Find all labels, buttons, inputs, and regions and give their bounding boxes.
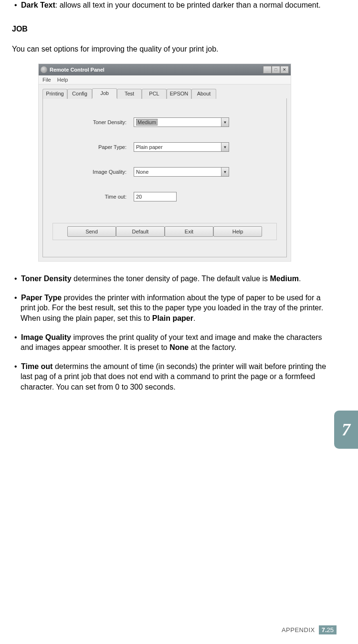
chevron-down-icon: ▼ [221, 143, 229, 151]
tab-content: Toner Density: Medium ▼ Paper Type: Plai… [42, 98, 287, 257]
exit-button[interactable]: Exit [165, 226, 213, 237]
label-toner-density: Toner Density: [53, 119, 134, 125]
image-quality-body2: at the factory. [189, 343, 236, 351]
tab-epson[interactable]: EPSON [167, 89, 191, 99]
minimize-button[interactable]: _ [263, 66, 272, 74]
maximize-button[interactable]: □ [272, 66, 280, 74]
timeout-label: Time out [21, 362, 53, 370]
image-quality-item: Image Quality improves the print quality… [12, 332, 337, 353]
menu-file[interactable]: File [42, 77, 51, 83]
paper-type-body2: . [193, 314, 195, 322]
label-image-quality: Image Quality: [53, 169, 134, 175]
paper-type-bold2: Plain paper [152, 314, 193, 322]
button-row: Send Default Exit Help [53, 223, 277, 240]
app-icon [41, 66, 47, 73]
toner-density-body2: . [299, 274, 301, 283]
row-timeout: Time out: 20 [53, 192, 277, 201]
page-footer: APPENDIX 7.25 [282, 625, 337, 634]
row-paper-type: Paper Type: Plain paper ▼ [53, 142, 277, 152]
tab-printing[interactable]: Printing [42, 89, 67, 99]
label-paper-type: Paper Type: [53, 144, 134, 150]
tab-test[interactable]: Test [117, 89, 142, 99]
tab-about[interactable]: About [191, 89, 216, 99]
dark-text-label: Dark Text [21, 1, 55, 9]
label-timeout: Time out: [53, 194, 134, 200]
toner-density-label: Toner Density [21, 274, 72, 283]
tab-job[interactable]: Job [92, 88, 117, 98]
row-image-quality: Image Quality: None ▼ [53, 167, 277, 177]
footer-page-box: 7.25 [319, 625, 337, 634]
remote-control-panel-window: Remote Control Panel _ □ ✕ File Help Pri… [38, 63, 291, 262]
tab-config[interactable]: Config [67, 89, 92, 99]
tabstrip: Printing Config Job Test PCL EPSON About [42, 88, 287, 98]
titlebar: Remote Control Panel _ □ ✕ [39, 64, 291, 75]
combo-toner-value: Medium [136, 119, 158, 126]
close-button[interactable]: ✕ [280, 66, 289, 74]
toner-density-bold2: Medium [270, 274, 299, 283]
help-button[interactable]: Help [213, 226, 262, 237]
window-controls: _ □ ✕ [263, 66, 289, 74]
tab-pcl[interactable]: PCL [142, 89, 167, 99]
footer-page: 25 [327, 626, 334, 633]
menubar: File Help [39, 75, 291, 84]
send-button[interactable]: Send [67, 226, 116, 237]
combo-paper-value: Plain paper [136, 144, 163, 150]
combo-image-value: None [136, 169, 148, 175]
image-quality-bold2: None [169, 343, 189, 351]
dark-text-item: Dark Text: allows all text in your docum… [12, 0, 337, 11]
combo-image-quality[interactable]: None ▼ [134, 167, 229, 177]
combo-toner-density[interactable]: Medium ▼ [134, 117, 229, 127]
dark-text-body: : allows all text in your document to be… [55, 1, 321, 9]
job-heading: JOB [12, 25, 337, 33]
window-title: Remote Control Panel [50, 67, 263, 73]
paper-type-item: Paper Type provides the printer with inf… [12, 293, 337, 324]
paper-type-label: Paper Type [21, 294, 62, 302]
image-quality-label: Image Quality [21, 333, 71, 341]
input-timeout[interactable]: 20 [134, 192, 177, 201]
default-button[interactable]: Default [116, 226, 165, 237]
menu-help[interactable]: Help [57, 77, 68, 83]
footer-chapter: 7. [322, 626, 327, 633]
chapter-tab: 7 [334, 411, 358, 449]
row-toner-density: Toner Density: Medium ▼ [53, 117, 277, 127]
timeout-body: determins the amount of time (in seconds… [21, 362, 326, 391]
toner-density-item: Toner Density determines the toner densi… [12, 274, 337, 284]
chevron-down-icon: ▼ [221, 118, 229, 127]
toner-density-body: determines the toner density of page. Th… [72, 274, 270, 283]
job-intro: You can set options for improving the qu… [12, 44, 337, 54]
combo-paper-type[interactable]: Plain paper ▼ [134, 142, 229, 152]
input-timeout-value: 20 [136, 194, 142, 200]
timeout-item: Time out determins the amount of time (i… [12, 361, 337, 392]
chevron-down-icon: ▼ [221, 168, 229, 176]
panel-body: Printing Config Job Test PCL EPSON About… [39, 84, 291, 261]
footer-section: APPENDIX [282, 626, 315, 633]
